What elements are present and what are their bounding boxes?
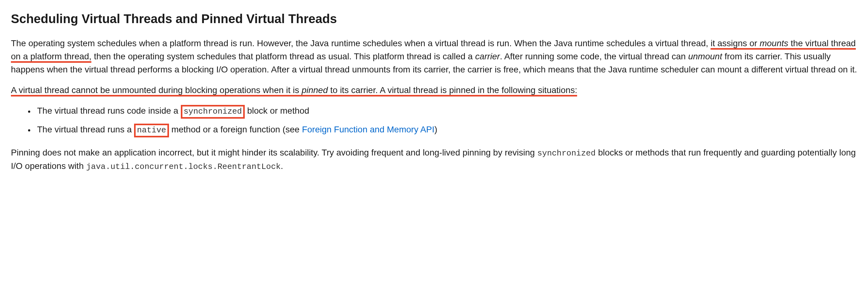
text: . After running some code, the virtual t… [500, 52, 688, 61]
paragraph-3: Pinning does not make an application inc… [11, 146, 857, 173]
api-link[interactable]: Foreign Function and Memory API [302, 125, 434, 134]
text: ) [434, 125, 437, 134]
section-heading: Scheduling Virtual Threads and Pinned Vi… [11, 9, 857, 28]
text: The virtual thread runs a [37, 125, 134, 134]
code-text: synchronized [537, 148, 595, 158]
italic-text: carrier [475, 52, 500, 61]
text: block or method [245, 106, 309, 115]
list-item: The virtual thread runs a native method … [35, 123, 857, 137]
text: then the operating system schedules that… [91, 52, 475, 61]
paragraph-2: A virtual thread cannot be unmounted dur… [11, 84, 857, 97]
highlighted-code: synchronized [181, 105, 245, 119]
italic-text: mounts [760, 38, 788, 48]
italic-text: unmount [688, 52, 722, 61]
paragraph-1: The operating system schedules when a pl… [11, 37, 857, 76]
highlighted-text: A virtual thread cannot be unmounted dur… [11, 85, 577, 97]
text: The virtual thread runs code inside a [37, 106, 181, 115]
text: to its carrier. A virtual thread is pinn… [328, 85, 577, 95]
list-item: The virtual thread runs code inside a sy… [35, 104, 857, 119]
code-text: java.util.concurrent.locks.ReentrantLock [86, 162, 281, 171]
text: Pinning does not make an application inc… [11, 148, 537, 157]
text: method or a foreign function (see [169, 125, 302, 134]
highlighted-code: native [134, 124, 169, 137]
text: it assigns or [711, 38, 760, 48]
bullet-list: The virtual thread runs code inside a sy… [11, 104, 857, 137]
text: A virtual thread cannot be unmounted dur… [11, 85, 302, 95]
italic-text: pinned [302, 85, 328, 95]
text: The operating system schedules when a pl… [11, 38, 711, 48]
text: . [281, 161, 283, 171]
